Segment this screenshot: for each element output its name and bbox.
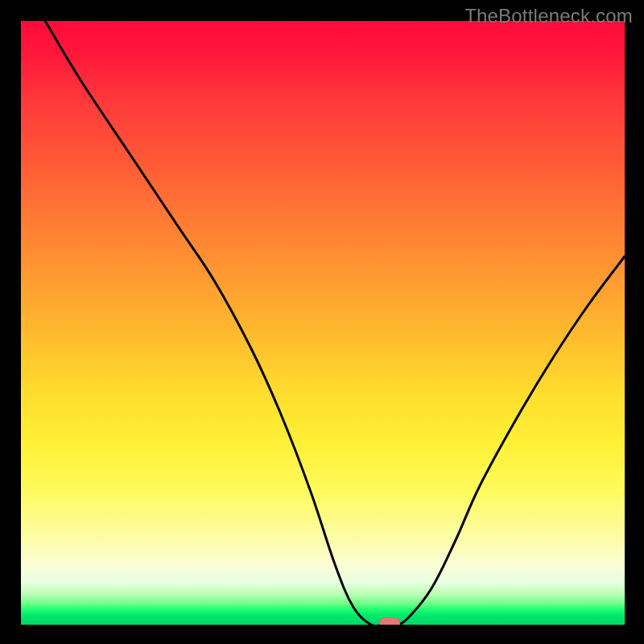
chart-frame: TheBottleneck.com [0, 0, 644, 644]
plot-area [21, 21, 625, 625]
watermark-text: TheBottleneck.com [464, 5, 633, 27]
curve-path [45, 21, 625, 625]
bottleneck-curve [21, 21, 625, 625]
optimum-marker [379, 617, 400, 625]
